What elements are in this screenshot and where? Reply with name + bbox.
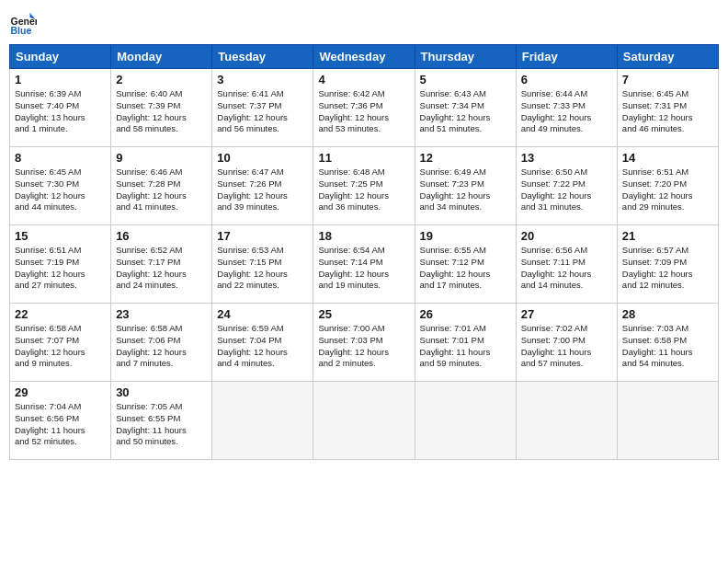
calendar-cell: 28Sunrise: 7:03 AM Sunset: 6:58 PM Dayli… <box>617 304 718 382</box>
col-header-wednesday: Wednesday <box>313 45 415 69</box>
day-number: 1 <box>15 73 106 86</box>
calendar-cell: 4Sunrise: 6:42 AM Sunset: 7:36 PM Daylig… <box>313 69 415 147</box>
calendar-cell: 14Sunrise: 6:51 AM Sunset: 7:20 PM Dayli… <box>617 147 718 225</box>
day-info: Sunrise: 6:57 AM Sunset: 7:09 PM Dayligh… <box>622 245 713 292</box>
day-number: 3 <box>217 73 308 86</box>
day-info: Sunrise: 6:55 AM Sunset: 7:12 PM Dayligh… <box>420 245 511 292</box>
day-info: Sunrise: 6:48 AM Sunset: 7:25 PM Dayligh… <box>318 167 409 213</box>
calendar-cell <box>313 382 415 460</box>
day-number: 12 <box>420 151 511 165</box>
day-number: 5 <box>420 73 511 86</box>
day-number: 6 <box>521 73 612 86</box>
day-info: Sunrise: 6:43 AM Sunset: 7:34 PM Dayligh… <box>420 88 511 135</box>
day-number: 11 <box>318 151 409 165</box>
day-number: 16 <box>116 229 207 243</box>
day-info: Sunrise: 6:44 AM Sunset: 7:33 PM Dayligh… <box>521 88 612 135</box>
calendar-cell: 27Sunrise: 7:02 AM Sunset: 7:00 PM Dayli… <box>516 304 617 382</box>
day-info: Sunrise: 6:41 AM Sunset: 7:37 PM Dayligh… <box>217 88 308 135</box>
calendar-week-1: 1Sunrise: 6:39 AM Sunset: 7:40 PM Daylig… <box>10 69 719 147</box>
day-number: 30 <box>116 385 207 399</box>
day-number: 10 <box>217 151 308 165</box>
day-number: 28 <box>622 307 713 321</box>
calendar-cell: 11Sunrise: 6:48 AM Sunset: 7:25 PM Dayli… <box>313 147 415 225</box>
day-info: Sunrise: 7:05 AM Sunset: 6:55 PM Dayligh… <box>116 401 207 448</box>
calendar-cell <box>617 382 718 460</box>
col-header-tuesday: Tuesday <box>212 45 313 69</box>
calendar-cell: 9Sunrise: 6:46 AM Sunset: 7:28 PM Daylig… <box>111 147 212 225</box>
col-header-sunday: Sunday <box>10 45 111 69</box>
day-info: Sunrise: 6:53 AM Sunset: 7:15 PM Dayligh… <box>217 245 308 292</box>
calendar-week-5: 29Sunrise: 7:04 AM Sunset: 6:56 PM Dayli… <box>10 382 719 460</box>
day-info: Sunrise: 6:56 AM Sunset: 7:11 PM Dayligh… <box>521 245 612 292</box>
day-number: 22 <box>15 307 106 321</box>
day-info: Sunrise: 6:40 AM Sunset: 7:39 PM Dayligh… <box>116 88 207 135</box>
calendar-header-row: SundayMondayTuesdayWednesdayThursdayFrid… <box>10 45 719 69</box>
calendar-cell: 17Sunrise: 6:53 AM Sunset: 7:15 PM Dayli… <box>212 225 313 304</box>
day-number: 15 <box>15 229 106 243</box>
calendar-cell: 3Sunrise: 6:41 AM Sunset: 7:37 PM Daylig… <box>212 69 313 147</box>
day-info: Sunrise: 6:58 AM Sunset: 7:07 PM Dayligh… <box>15 323 106 370</box>
calendar-cell: 7Sunrise: 6:45 AM Sunset: 7:31 PM Daylig… <box>617 69 718 147</box>
day-number: 25 <box>318 307 409 321</box>
day-number: 13 <box>521 151 612 165</box>
day-number: 9 <box>116 151 207 165</box>
day-number: 26 <box>420 307 511 321</box>
calendar-week-4: 22Sunrise: 6:58 AM Sunset: 7:07 PM Dayli… <box>10 304 719 382</box>
day-info: Sunrise: 6:45 AM Sunset: 7:31 PM Dayligh… <box>622 88 713 135</box>
day-info: Sunrise: 6:50 AM Sunset: 7:22 PM Dayligh… <box>521 167 612 213</box>
day-number: 19 <box>420 229 511 243</box>
day-info: Sunrise: 7:01 AM Sunset: 7:01 PM Dayligh… <box>420 323 511 370</box>
calendar-cell: 8Sunrise: 6:45 AM Sunset: 7:30 PM Daylig… <box>10 147 111 225</box>
calendar-cell: 13Sunrise: 6:50 AM Sunset: 7:22 PM Dayli… <box>516 147 617 225</box>
day-number: 14 <box>622 151 713 165</box>
day-info: Sunrise: 7:03 AM Sunset: 6:58 PM Dayligh… <box>622 323 713 370</box>
day-number: 23 <box>116 307 207 321</box>
day-number: 29 <box>15 385 106 399</box>
calendar-cell: 1Sunrise: 6:39 AM Sunset: 7:40 PM Daylig… <box>10 69 111 147</box>
calendar-cell: 29Sunrise: 7:04 AM Sunset: 6:56 PM Dayli… <box>10 382 111 460</box>
day-number: 21 <box>622 229 713 243</box>
day-number: 24 <box>217 307 308 321</box>
day-info: Sunrise: 6:59 AM Sunset: 7:04 PM Dayligh… <box>217 323 308 370</box>
col-header-friday: Friday <box>516 45 617 69</box>
day-number: 20 <box>521 229 612 243</box>
col-header-thursday: Thursday <box>415 45 516 69</box>
calendar-cell: 21Sunrise: 6:57 AM Sunset: 7:09 PM Dayli… <box>617 225 718 304</box>
calendar-cell: 5Sunrise: 6:43 AM Sunset: 7:34 PM Daylig… <box>415 69 516 147</box>
day-info: Sunrise: 6:46 AM Sunset: 7:28 PM Dayligh… <box>116 167 207 213</box>
calendar-cell: 10Sunrise: 6:47 AM Sunset: 7:26 PM Dayli… <box>212 147 313 225</box>
calendar-cell <box>212 382 313 460</box>
calendar-cell <box>516 382 617 460</box>
day-info: Sunrise: 6:58 AM Sunset: 7:06 PM Dayligh… <box>116 323 207 370</box>
day-number: 27 <box>521 307 612 321</box>
day-info: Sunrise: 6:52 AM Sunset: 7:17 PM Dayligh… <box>116 245 207 292</box>
calendar-week-2: 8Sunrise: 6:45 AM Sunset: 7:30 PM Daylig… <box>10 147 719 225</box>
calendar-cell: 18Sunrise: 6:54 AM Sunset: 7:14 PM Dayli… <box>313 225 415 304</box>
calendar-cell: 19Sunrise: 6:55 AM Sunset: 7:12 PM Dayli… <box>415 225 516 304</box>
svg-text:Blue: Blue <box>11 25 32 36</box>
day-info: Sunrise: 7:04 AM Sunset: 6:56 PM Dayligh… <box>15 401 106 448</box>
calendar-cell: 12Sunrise: 6:49 AM Sunset: 7:23 PM Dayli… <box>415 147 516 225</box>
day-info: Sunrise: 6:45 AM Sunset: 7:30 PM Dayligh… <box>15 167 106 213</box>
calendar-cell: 24Sunrise: 6:59 AM Sunset: 7:04 PM Dayli… <box>212 304 313 382</box>
day-number: 8 <box>15 151 106 165</box>
logo: General Blue <box>9 9 40 37</box>
calendar-week-3: 15Sunrise: 6:51 AM Sunset: 7:19 PM Dayli… <box>10 225 719 304</box>
day-info: Sunrise: 6:42 AM Sunset: 7:36 PM Dayligh… <box>318 88 409 135</box>
day-number: 2 <box>116 73 207 86</box>
day-info: Sunrise: 6:47 AM Sunset: 7:26 PM Dayligh… <box>217 167 308 213</box>
calendar-cell: 15Sunrise: 6:51 AM Sunset: 7:19 PM Dayli… <box>10 225 111 304</box>
day-info: Sunrise: 6:51 AM Sunset: 7:20 PM Dayligh… <box>622 167 713 213</box>
day-number: 18 <box>318 229 409 243</box>
calendar-table: SundayMondayTuesdayWednesdayThursdayFrid… <box>9 44 719 460</box>
day-info: Sunrise: 6:39 AM Sunset: 7:40 PM Dayligh… <box>15 88 106 135</box>
calendar-cell: 22Sunrise: 6:58 AM Sunset: 7:07 PM Dayli… <box>10 304 111 382</box>
day-number: 17 <box>217 229 308 243</box>
calendar-cell: 2Sunrise: 6:40 AM Sunset: 7:39 PM Daylig… <box>111 69 212 147</box>
day-info: Sunrise: 6:54 AM Sunset: 7:14 PM Dayligh… <box>318 245 409 292</box>
day-number: 7 <box>622 73 713 86</box>
calendar-cell: 16Sunrise: 6:52 AM Sunset: 7:17 PM Dayli… <box>111 225 212 304</box>
col-header-monday: Monday <box>111 45 212 69</box>
calendar-cell: 6Sunrise: 6:44 AM Sunset: 7:33 PM Daylig… <box>516 69 617 147</box>
day-info: Sunrise: 7:00 AM Sunset: 7:03 PM Dayligh… <box>318 323 409 370</box>
